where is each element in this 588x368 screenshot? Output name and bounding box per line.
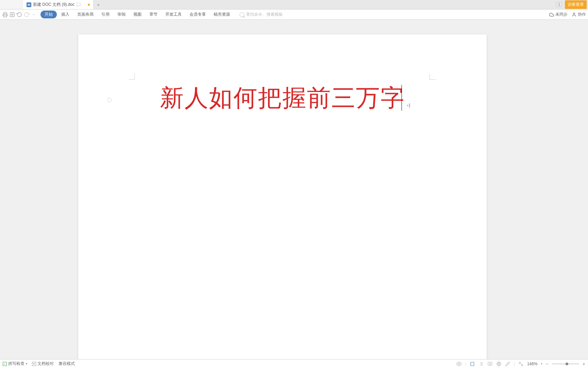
status-bar: ✓ 拼写检查 ▾ ✕ 文档校对 兼容模式 | | 146%: [0, 359, 588, 368]
page-view-icon[interactable]: [470, 361, 475, 367]
document-tab[interactable]: W 新建 DOC 文档 (9).doc: [23, 0, 94, 9]
svg-point-4: [458, 363, 460, 365]
reading-view-icon[interactable]: [487, 361, 493, 367]
menu-dev-tools[interactable]: 开发工具: [162, 10, 185, 19]
eye-icon[interactable]: [456, 361, 462, 367]
zoom-dropdown-icon[interactable]: ▾: [541, 362, 542, 365]
page-indicator[interactable]: 1: [556, 2, 562, 7]
menu-templates[interactable]: 稿壳资源: [210, 10, 233, 19]
menu-insert[interactable]: 插入: [58, 10, 73, 19]
spell-check-label: 拼写检查: [8, 361, 24, 367]
search-placeholder: 查找命令、搜索模板: [246, 12, 283, 17]
dropdown-icon[interactable]: [31, 12, 37, 18]
svg-point-2: [12, 14, 13, 15]
print-icon[interactable]: [2, 12, 8, 18]
x-icon: ✕: [32, 362, 36, 366]
search-icon: [240, 12, 244, 17]
menu-start[interactable]: 开始: [40, 11, 57, 18]
search-input[interactable]: 查找命令、搜索模板: [240, 12, 283, 17]
menu-member[interactable]: 会员专享: [186, 10, 209, 19]
zoom-out-button[interactable]: −: [546, 361, 549, 367]
collab-label: 协作: [578, 12, 586, 17]
text-cursor: [402, 85, 402, 111]
paragraph-icon[interactable]: [107, 97, 112, 102]
login-button[interactable]: 访客登录: [565, 0, 587, 9]
svg-point-3: [573, 13, 575, 14]
web-view-icon[interactable]: [496, 361, 502, 367]
check-icon: ✓: [3, 362, 7, 366]
print-preview-icon[interactable]: [9, 12, 15, 18]
cloud-icon: [549, 12, 554, 17]
menu-page-layout[interactable]: 页面布局: [74, 10, 97, 19]
sync-label: 未同步: [555, 12, 568, 17]
spell-check-toggle[interactable]: ✓ 拼写检查 ▾: [3, 361, 27, 367]
chevron-down-icon: ▾: [26, 362, 27, 365]
margin-marker-tr: [429, 74, 436, 80]
svg-rect-14: [519, 362, 521, 363]
unsaved-indicator-icon: [88, 4, 90, 6]
redo-icon[interactable]: [23, 12, 30, 18]
document-title-text[interactable]: 新人如何把握前三万字: [136, 82, 429, 114]
write-mode-icon[interactable]: [505, 361, 510, 367]
doc-proof-toggle[interactable]: ✕ 文档校对: [32, 361, 54, 367]
zoom-slider[interactable]: [552, 364, 579, 364]
menu-review[interactable]: 审阅: [114, 10, 129, 19]
margin-marker-tl: [129, 74, 135, 80]
tab-filename: 新建 DOC 文档 (9).doc: [33, 2, 75, 7]
cursor-position-mark: ⸰I: [407, 103, 410, 109]
menu-view[interactable]: 视图: [130, 10, 145, 19]
message-icon: [76, 2, 81, 7]
collab-button[interactable]: 协作: [572, 12, 586, 17]
doc-icon: W: [27, 2, 31, 7]
doc-proof-label: 文档校对: [37, 361, 54, 367]
zoom-in-button[interactable]: +: [583, 361, 585, 367]
document-page[interactable]: 新人如何把握前三万字 ⸰I: [78, 34, 487, 359]
sync-button[interactable]: 未同步: [549, 12, 568, 17]
new-tab-button[interactable]: +: [94, 0, 103, 9]
document-area[interactable]: 新人如何把握前三万字 ⸰I: [0, 20, 588, 359]
menu-references[interactable]: 引用: [98, 10, 113, 19]
outline-view-icon[interactable]: [478, 361, 484, 367]
svg-rect-5: [471, 362, 474, 366]
user-icon: [572, 12, 576, 17]
zoom-thumb[interactable]: [566, 363, 568, 365]
undo-icon[interactable]: [16, 12, 22, 18]
zoom-level[interactable]: 146%: [527, 362, 538, 366]
tab-spacer: [0, 0, 23, 9]
tab-bar: W 新建 DOC 文档 (9).doc + 1 访客登录: [0, 0, 588, 10]
compat-mode-label[interactable]: 兼容模式: [59, 361, 75, 367]
menu-bar: 开始 插入 页面布局 引用 审阅 视图 章节 开发工具 会员专享 稿壳资源 查找…: [0, 10, 588, 20]
svg-rect-0: [4, 15, 6, 17]
fit-icon[interactable]: [518, 361, 524, 367]
svg-rect-15: [521, 364, 523, 366]
menu-section[interactable]: 章节: [146, 10, 161, 19]
svg-rect-1: [10, 13, 14, 17]
